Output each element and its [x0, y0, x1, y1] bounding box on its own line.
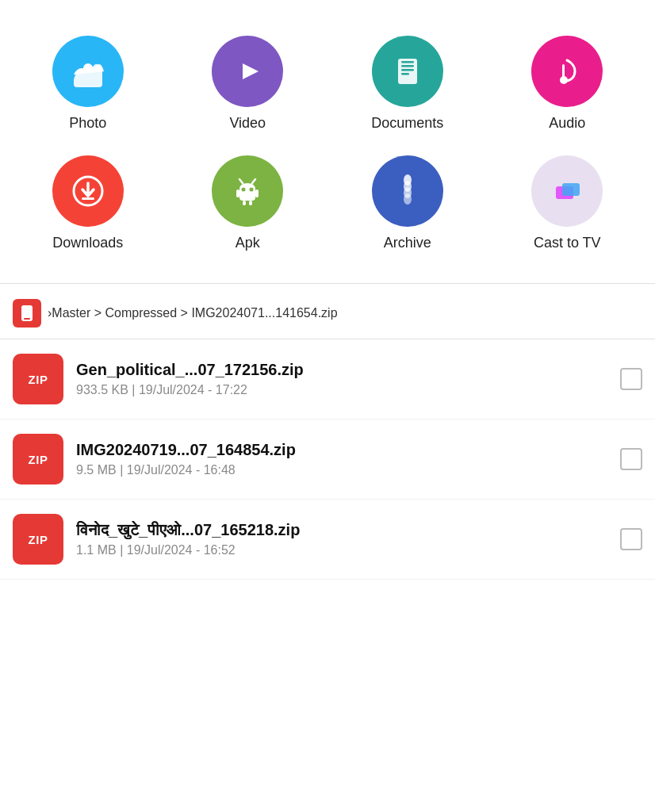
file-meta: 9.5 MB | 19/Jul/2024 - 16:48: [76, 463, 607, 477]
file-name: Gen_political_...07_172156.zip: [76, 361, 607, 379]
svg-rect-3: [401, 65, 414, 67]
category-video[interactable]: Video: [168, 24, 328, 144]
breadcrumb-bar: ›Master > Compressed > IMG2024071...1416…: [0, 288, 655, 339]
file-checkbox[interactable]: [620, 528, 642, 550]
file-info: Gen_political_...07_172156.zip 933.5 KB …: [76, 361, 607, 397]
file-item[interactable]: ZIP विनोद_खुटे_पीएओ...07_165218.zip 1.1 …: [0, 500, 655, 580]
svg-line-17: [239, 179, 243, 183]
category-grid: Photo Video Documents: [0, 0, 655, 279]
cast-label: Cast to TV: [534, 235, 601, 251]
svg-rect-8: [562, 64, 565, 80]
category-photo[interactable]: Photo: [8, 24, 168, 144]
grid-divider: [0, 283, 655, 284]
file-name: IMG20240719...07_164854.zip: [76, 441, 607, 459]
svg-line-18: [252, 179, 255, 183]
file-item[interactable]: ZIP IMG20240719...07_164854.zip 9.5 MB |…: [0, 419, 655, 500]
audio-label: Audio: [549, 115, 585, 132]
category-cast[interactable]: Cast to TV: [488, 144, 648, 263]
category-apk[interactable]: Apk: [168, 144, 328, 263]
svg-rect-26: [24, 318, 30, 320]
audio-icon-circle: [531, 36, 603, 107]
archive-icon-circle: [372, 155, 443, 227]
archive-label: Archive: [384, 235, 431, 251]
svg-point-22: [404, 193, 412, 205]
breadcrumb-path[interactable]: ›Master > Compressed > IMG2024071...1416…: [48, 306, 338, 320]
svg-rect-24: [562, 183, 580, 196]
category-archive[interactable]: Archive: [328, 144, 488, 263]
file-meta: 933.5 KB | 19/Jul/2024 - 17:22: [76, 383, 607, 397]
svg-rect-15: [243, 201, 246, 205]
zip-badge: ZIP: [13, 434, 63, 485]
downloads-label: Downloads: [52, 235, 123, 251]
file-list: ZIP Gen_political_...07_172156.zip 933.5…: [0, 339, 655, 580]
svg-rect-5: [401, 73, 409, 75]
cast-icon-circle: [531, 155, 603, 227]
svg-rect-6: [401, 61, 414, 63]
category-downloads[interactable]: Downloads: [8, 144, 168, 263]
file-name: विनोद_खुटे_पीएओ...07_165218.zip: [76, 521, 607, 539]
svg-point-11: [242, 188, 246, 192]
video-icon-circle: [212, 36, 283, 107]
photo-label: Photo: [69, 115, 106, 132]
category-documents[interactable]: Documents: [328, 24, 488, 144]
category-audio[interactable]: Audio: [488, 24, 648, 144]
svg-rect-14: [255, 190, 259, 197]
file-info: विनोद_खुटे_पीएओ...07_165218.zip 1.1 MB |…: [76, 521, 607, 557]
apk-label: Apk: [236, 235, 260, 251]
file-checkbox[interactable]: [620, 368, 642, 390]
file-meta: 1.1 MB | 19/Jul/2024 - 16:52: [76, 543, 607, 557]
svg-marker-1: [243, 63, 259, 79]
svg-rect-16: [249, 201, 252, 205]
svg-rect-10: [82, 197, 94, 200]
file-item[interactable]: ZIP Gen_political_...07_172156.zip 933.5…: [0, 339, 655, 419]
documents-icon-circle: [372, 36, 443, 107]
file-info: IMG20240719...07_164854.zip 9.5 MB | 19/…: [76, 441, 607, 477]
zip-badge: ZIP: [13, 354, 63, 404]
svg-rect-13: [236, 190, 239, 197]
apk-icon-circle: [212, 155, 283, 227]
photo-icon-circle: [52, 36, 124, 107]
file-checkbox[interactable]: [620, 448, 642, 470]
svg-rect-4: [401, 69, 414, 71]
svg-point-12: [250, 188, 254, 192]
documents-label: Documents: [371, 115, 443, 132]
phone-storage-icon: [13, 299, 41, 327]
zip-badge: ZIP: [13, 514, 63, 565]
video-label: Video: [229, 115, 266, 132]
downloads-icon-circle: [52, 155, 124, 227]
